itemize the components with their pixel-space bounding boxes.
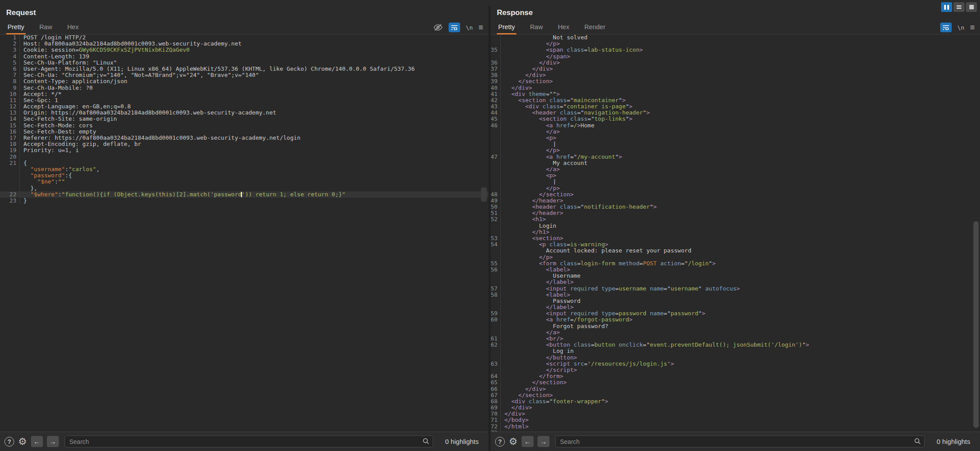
- literal-newlines-icon[interactable]: \n: [466, 24, 473, 31]
- line-number: 70: [491, 411, 500, 417]
- help-icon[interactable]: ?: [4, 437, 14, 447]
- word-wrap-icon[interactable]: [449, 23, 460, 32]
- vertical-scrollbar[interactable]: [973, 221, 979, 428]
- line-number: 22: [0, 191, 19, 198]
- layout-switch: [941, 2, 977, 12]
- code-line: 43 <div class="container is-page">: [491, 103, 980, 110]
- code-text: <p class=is-warning>: [500, 241, 980, 248]
- search-icon[interactable]: [423, 438, 430, 447]
- layout-single-button[interactable]: [966, 2, 977, 12]
- literal-newlines-icon[interactable]: \n: [957, 24, 965, 31]
- request-tab-hex[interactable]: Hex: [66, 21, 80, 34]
- code-line: 6User-Agent: Mozilla/5.0 (X11; Linux x86…: [0, 66, 488, 72]
- code-line: "$ne":"": [0, 179, 488, 185]
- request-tab-raw[interactable]: Raw: [38, 21, 54, 34]
- line-number: 64: [491, 373, 500, 379]
- code-line: 51 </header>: [491, 210, 980, 216]
- menu-icon[interactable]: ≡: [970, 23, 975, 31]
- code-text: |: [500, 141, 980, 147]
- code-text: Sec-Fetch-Site: same-origin: [19, 116, 488, 122]
- code-text: <a href="/my-account">: [500, 154, 980, 160]
- line-number: 12: [0, 103, 19, 110]
- line-number: 41: [491, 91, 500, 97]
- code-text: <input required type=username name="user…: [500, 286, 980, 292]
- code-text: </form>: [500, 373, 980, 379]
- line-number: 62: [491, 342, 500, 348]
- code-line: </p>: [491, 254, 980, 260]
- line-number: [491, 304, 500, 310]
- code-text: POST /login HTTP/2: [19, 34, 488, 41]
- response-toolbar: \n ≡: [940, 23, 975, 32]
- search-input[interactable]: [555, 436, 925, 447]
- line-number: 19: [0, 147, 19, 153]
- eye-off-icon[interactable]: [433, 23, 443, 31]
- line-number: [491, 355, 500, 361]
- code-line: </script>: [491, 367, 980, 373]
- menu-icon[interactable]: ≡: [478, 23, 483, 31]
- code-line: 47 <a href="/my-account">: [491, 154, 980, 160]
- line-number: 72: [491, 424, 500, 430]
- line-number: [491, 135, 500, 141]
- layout-rows-button[interactable]: [953, 2, 965, 12]
- line-number: 51: [491, 210, 500, 216]
- response-tab-hex[interactable]: Hex: [557, 21, 571, 34]
- layout-columns-button[interactable]: [941, 2, 952, 12]
- code-text: </a>: [500, 129, 980, 135]
- next-match-button[interactable]: →: [47, 436, 59, 447]
- next-match-button[interactable]: →: [538, 436, 550, 447]
- request-tab-bar: Pretty Raw Hex: [0, 21, 488, 34]
- line-number: 61: [491, 336, 500, 342]
- code-line: My account: [491, 160, 980, 166]
- code-text: Content-Length: 139: [19, 54, 488, 60]
- code-line: 48 </section>: [491, 191, 980, 198]
- code-text: Login: [500, 223, 980, 229]
- code-text: }: [19, 198, 488, 204]
- line-number: [0, 185, 19, 191]
- code-line: 71</body>: [491, 417, 980, 423]
- code-text: Content-Type: application/json: [19, 78, 488, 84]
- line-number: 8: [0, 78, 19, 84]
- line-number: 57: [491, 286, 500, 292]
- search-input[interactable]: [65, 436, 433, 447]
- code-text: </html>: [500, 424, 980, 430]
- word-wrap-icon[interactable]: [940, 23, 952, 32]
- code-text: </a>: [500, 166, 980, 172]
- response-search-bar: ? ⚙ ← → 0 highlights: [491, 432, 980, 451]
- code-line: 38 </div>: [491, 72, 980, 78]
- line-number: [491, 129, 500, 135]
- response-tab-raw[interactable]: Raw: [529, 21, 544, 34]
- code-text: <label>: [500, 292, 980, 298]
- response-tab-pretty[interactable]: Pretty: [497, 21, 516, 34]
- request-tab-pretty[interactable]: Pretty: [6, 21, 26, 34]
- code-line: </a>: [491, 329, 980, 336]
- code-line: 46 <a href=/>Home: [491, 122, 980, 129]
- code-text: Username: [500, 273, 980, 279]
- response-tab-render[interactable]: Render: [583, 21, 607, 34]
- line-number: [491, 147, 500, 153]
- search-field-wrapper: [65, 436, 433, 447]
- settings-icon[interactable]: ⚙: [509, 437, 518, 447]
- line-number: 47: [491, 154, 500, 160]
- help-icon[interactable]: ?: [495, 437, 505, 447]
- code-text: </p>: [500, 41, 980, 47]
- code-text: <p>: [500, 172, 980, 179]
- code-text: </div>: [500, 85, 980, 91]
- response-editor[interactable]: Not solved </p>35 <span class=lab-status…: [491, 34, 980, 432]
- line-number: 56: [491, 267, 500, 273]
- previous-match-button[interactable]: ←: [31, 436, 43, 447]
- code-text: Sec-Gpc: 1: [19, 97, 488, 103]
- settings-icon[interactable]: ⚙: [18, 437, 27, 447]
- code-line: Login: [491, 223, 980, 229]
- previous-match-button[interactable]: ←: [522, 436, 534, 447]
- code-text: },: [19, 185, 488, 191]
- code-text: Accept-Language: en-GB,en;q=0.8: [19, 103, 488, 110]
- code-text: Sec-Fetch-Dest: empty: [19, 129, 488, 135]
- code-text: </div>: [500, 411, 980, 417]
- line-number: 66: [491, 386, 500, 392]
- code-line: 40 </div>: [491, 85, 980, 91]
- request-editor[interactable]: 1POST /login HTTP/22Host: 0af800aa0324ba…: [0, 34, 488, 432]
- line-number: [491, 248, 500, 254]
- line-number: [491, 34, 500, 41]
- line-number: 68: [491, 398, 500, 405]
- search-icon[interactable]: [914, 438, 921, 447]
